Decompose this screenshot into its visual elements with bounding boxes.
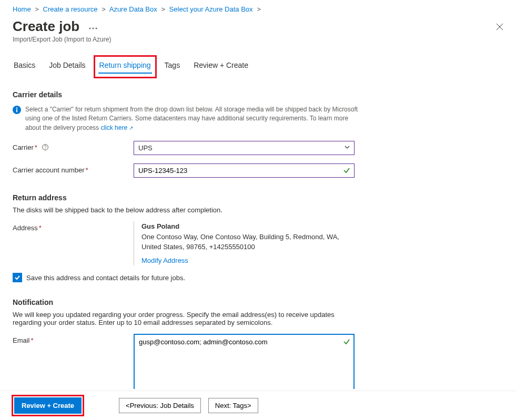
review-create-button[interactable]: Review + Create [14, 397, 82, 414]
breadcrumb-home[interactable]: Home [13, 5, 31, 13]
page-title: Create job ⋯ [13, 18, 111, 35]
email-textarea[interactable] [134, 334, 355, 389]
carrier-account-input[interactable] [134, 163, 355, 178]
save-address-label: Save this address and contact details fo… [26, 274, 185, 282]
notification-helper: We will keep you updated regarding your … [13, 311, 360, 326]
carrier-label: Carrier* [13, 141, 134, 152]
check-icon [14, 274, 21, 281]
chevron-right-icon: > [102, 5, 106, 13]
svg-point-4 [45, 149, 46, 149]
address-line: One Contoso Way, One Contoso Way, Buildi… [141, 232, 355, 252]
review-create-highlight: Review + Create [12, 395, 84, 416]
breadcrumb: Home > Create a resource > Azure Data Bo… [13, 5, 503, 13]
email-label: Email* [13, 334, 134, 344]
address-label: Address* [13, 221, 134, 232]
modify-address-link[interactable]: Modify Address [141, 255, 188, 266]
help-icon[interactable] [42, 144, 48, 152]
page-subtitle: Import/Export Job (Import to Azure) [13, 36, 111, 43]
check-icon [343, 167, 350, 176]
tab-return-shipping[interactable]: Return shipping [98, 58, 152, 75]
breadcrumb-data-box[interactable]: Azure Data Box [109, 5, 157, 13]
address-name: Gus Poland [141, 221, 355, 232]
carrier-account-label: Carrier account number* [13, 163, 134, 174]
info-text: Select a "Carrier" for return shipment f… [25, 106, 358, 131]
tab-highlight: Return shipping [94, 55, 157, 78]
save-address-checkbox[interactable] [13, 273, 22, 282]
more-icon[interactable]: ⋯ [88, 23, 98, 33]
chevron-right-icon: > [161, 5, 165, 13]
tab-basics[interactable]: Basics [13, 58, 36, 78]
breadcrumb-select-data-box[interactable]: Select your Azure Data Box [169, 5, 253, 13]
tabs: Basics Job Details Return shipping Tags … [13, 58, 503, 79]
info-icon [13, 106, 21, 116]
tab-tags[interactable]: Tags [164, 58, 181, 78]
carrier-select[interactable]: UPS [134, 141, 355, 155]
tab-review-create[interactable]: Review + Create [193, 58, 249, 78]
info-banner: Select a "Carrier" for return shipment f… [13, 105, 360, 132]
breadcrumb-create-resource[interactable]: Create a resource [43, 5, 98, 13]
return-address-helper: The disks will be shipped back to the be… [13, 206, 360, 214]
chevron-right-icon: > [35, 5, 39, 13]
close-icon [496, 23, 503, 30]
close-button[interactable] [493, 19, 507, 36]
previous-button[interactable]: <Previous: Job Details [119, 398, 201, 413]
section-return-address-heading: Return address [13, 193, 503, 202]
check-icon [343, 338, 350, 347]
next-button[interactable]: Next: Tags> [208, 398, 258, 413]
svg-rect-2 [16, 109, 17, 112]
address-block: Gus Poland One Contoso Way, One Contoso … [134, 221, 355, 265]
section-carrier-details-heading: Carrier details [13, 90, 503, 99]
footer: Review + Create <Previous: Job Details N… [0, 391, 516, 420]
tab-job-details[interactable]: Job Details [48, 58, 86, 78]
chevron-right-icon: > [257, 5, 261, 13]
click-here-link[interactable]: click here [100, 124, 133, 131]
section-notification-heading: Notification [13, 298, 503, 306]
svg-point-1 [16, 107, 17, 108]
